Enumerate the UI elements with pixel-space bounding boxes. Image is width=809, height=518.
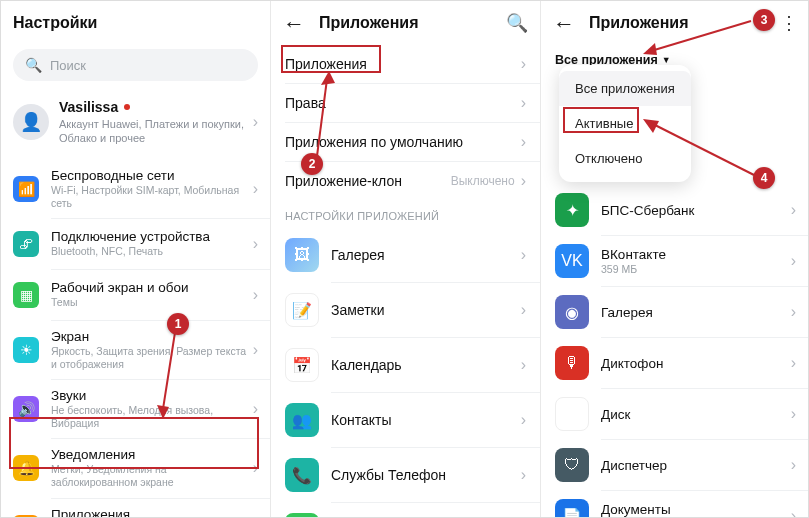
chevron-right-icon: › (521, 246, 526, 264)
chevron-right-icon: › (253, 400, 258, 418)
avatar: 👤 (13, 104, 49, 140)
badge-1: 1 (167, 313, 189, 335)
panel-settings: Настройки 🔍 Поиск 👤 Vasilissa Аккаунт Hu… (1, 1, 271, 518)
app-row-drive[interactable]: ▲Диск› (541, 389, 809, 439)
sberbank-icon: ✦ (555, 193, 589, 227)
chevron-right-icon: › (253, 286, 258, 304)
badge-3: 3 (753, 9, 775, 31)
row-applications[interactable]: Приложения› (271, 45, 540, 83)
chevron-right-icon: › (253, 459, 258, 477)
account-name: Vasilissa (59, 99, 118, 115)
badge-4: 4 (753, 167, 775, 189)
chevron-down-icon: ▼ (662, 55, 671, 65)
chevron-right-icon: › (521, 133, 526, 151)
back-button[interactable]: ← (283, 9, 305, 37)
chevron-right-icon: › (791, 354, 796, 372)
search-icon[interactable]: 🔍 (506, 12, 528, 34)
bell-icon: 🔔 (13, 455, 39, 481)
panel-apps-menu: ← Приложения 🔍 Приложения› Права› Прилож… (271, 1, 541, 518)
notification-dot-icon (124, 104, 130, 110)
row-sounds[interactable]: 🔊 ЗвукиНе беспокоить, Мелодия вызова, Ви… (1, 380, 270, 438)
app-messages[interactable]: 💬Сообщения› (271, 503, 540, 518)
wifi-icon: 📶 (13, 176, 39, 202)
chevron-right-icon: › (253, 341, 258, 359)
notes-icon: 📝 (285, 293, 319, 327)
header-settings: Настройки (1, 1, 270, 45)
app-calendar[interactable]: 📅Календарь› (271, 338, 540, 392)
chevron-right-icon: › (521, 301, 526, 319)
title-apps-list: Приложения (589, 14, 689, 32)
row-notifications[interactable]: 🔔 УведомленияМетки, Уведомления на забло… (1, 439, 270, 497)
search-icon: 🔍 (25, 57, 42, 73)
badge-2: 2 (301, 153, 323, 175)
chevron-right-icon: › (521, 94, 526, 112)
calendar-icon: 📅 (285, 348, 319, 382)
account-sub: Аккаунт Huawei, Платежи и покупки, Облак… (59, 117, 253, 146)
title-apps: Приложения (319, 14, 419, 32)
display-icon: ☀ (13, 337, 39, 363)
vk-icon: VK (555, 244, 589, 278)
header-apps: ← Приложения 🔍 (271, 1, 540, 45)
app-contacts[interactable]: 👥Контакты› (271, 393, 540, 447)
chevron-right-icon: › (521, 172, 526, 190)
phone-icon: 📞 (285, 458, 319, 492)
app-row-gallery[interactable]: ◉Галерея› (541, 287, 809, 337)
search-input[interactable]: 🔍 Поиск (13, 49, 258, 81)
row-device-connection[interactable]: 🖇 Подключение устройстваBluetooth, NFC, … (1, 219, 270, 269)
gallery-icon: 🖼 (285, 238, 319, 272)
row-home-wallpaper[interactable]: ▦ Рабочий экран и обоиТемы › (1, 270, 270, 320)
app-notes[interactable]: 📝Заметки› (271, 283, 540, 337)
app-row-dictaphone[interactable]: 🎙Диктофон› (541, 338, 809, 388)
wallpaper-icon: ▦ (13, 282, 39, 308)
docs-icon: 📄 (555, 499, 589, 518)
row-apps[interactable]: ▣ ПриложенияПрава, Приложения по умолчан… (1, 499, 270, 518)
chevron-right-icon: › (521, 55, 526, 73)
chevron-right-icon: › (791, 303, 796, 321)
chevron-right-icon: › (253, 113, 258, 131)
row-permissions[interactable]: Права› (271, 84, 540, 122)
app-row-vk[interactable]: VKВКонтакте359 МБ› (541, 236, 809, 286)
account-row[interactable]: 👤 Vasilissa Аккаунт Huawei, Платежи и по… (1, 91, 270, 160)
bluetooth-icon: 🖇 (13, 231, 39, 257)
title-settings: Настройки (13, 14, 97, 32)
sound-icon: 🔊 (13, 396, 39, 422)
app-row-docs[interactable]: 📄Документы129 МБ› (541, 491, 809, 518)
app-row-sberbank[interactable]: ✦БПС-Сбербанк› (541, 185, 809, 235)
chevron-right-icon: › (791, 456, 796, 474)
chevron-right-icon: › (791, 252, 796, 270)
messages-icon: 💬 (285, 513, 319, 518)
chevron-right-icon: › (791, 405, 796, 423)
chevron-right-icon: › (521, 411, 526, 429)
app-phone[interactable]: 📞Службы Телефон› (271, 448, 540, 502)
row-display[interactable]: ☀ ЭкранЯркость, Защита зрения, Размер те… (1, 321, 270, 379)
chevron-right-icon: › (253, 180, 258, 198)
back-button[interactable]: ← (553, 9, 575, 37)
chevron-right-icon: › (791, 507, 796, 518)
drive-icon: ▲ (555, 397, 589, 431)
row-wireless[interactable]: 📶 Беспроводные сетиWi-Fi, Настройки SIM-… (1, 160, 270, 218)
shield-icon: 🛡 (555, 448, 589, 482)
filter-dropdown: Все приложения Активные Отключено (559, 65, 691, 182)
app-gallery[interactable]: 🖼Галерея› (271, 228, 540, 282)
gallery-icon: ◉ (555, 295, 589, 329)
dd-all-apps[interactable]: Все приложения (559, 71, 691, 106)
more-icon[interactable]: ⋮ (780, 12, 798, 34)
mic-icon: 🎙 (555, 346, 589, 380)
chevron-right-icon: › (791, 201, 796, 219)
section-app-settings: НАСТРОЙКИ ПРИЛОЖЕНИЙ (271, 200, 540, 228)
contacts-icon: 👥 (285, 403, 319, 437)
chevron-right-icon: › (521, 356, 526, 374)
app-row-dispatcher[interactable]: 🛡Диспетчер› (541, 440, 809, 490)
search-placeholder: Поиск (50, 58, 86, 73)
dd-disabled[interactable]: Отключено (559, 141, 691, 176)
chevron-right-icon: › (253, 235, 258, 253)
chevron-right-icon: › (521, 466, 526, 484)
dd-active[interactable]: Активные (559, 106, 691, 141)
